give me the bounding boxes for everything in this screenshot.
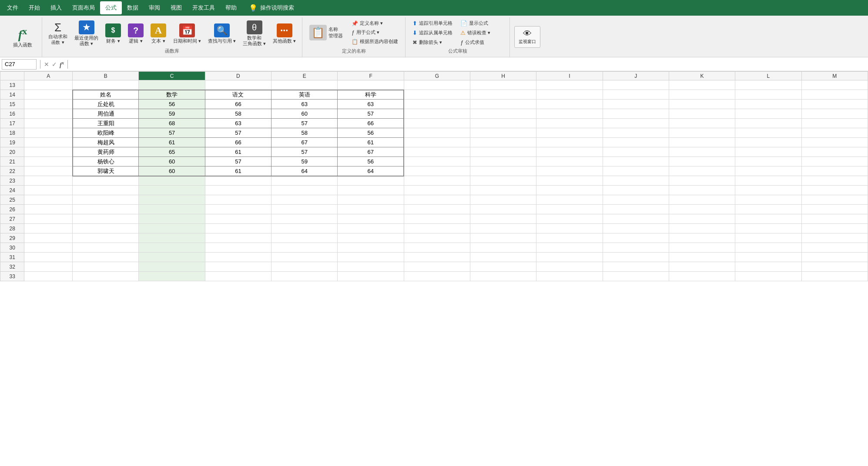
row-num-31[interactable]: 31 bbox=[0, 253, 24, 262]
col-header-G[interactable]: G bbox=[404, 72, 470, 80]
menu-insert[interactable]: 插入 bbox=[45, 1, 67, 14]
cell-J26[interactable] bbox=[603, 205, 669, 214]
cell-H17[interactable] bbox=[470, 119, 536, 128]
cell-G28[interactable] bbox=[404, 224, 470, 233]
menu-view[interactable]: 视图 bbox=[165, 1, 187, 14]
cell-E21[interactable]: 59 bbox=[271, 157, 338, 166]
cell-K30[interactable] bbox=[669, 243, 735, 253]
cell-J21[interactable] bbox=[603, 157, 669, 166]
cell-A16[interactable] bbox=[24, 109, 73, 119]
cell-D20[interactable]: 61 bbox=[205, 147, 271, 157]
cell-A28[interactable] bbox=[24, 224, 73, 233]
cell-D30[interactable] bbox=[205, 243, 271, 253]
menu-review[interactable]: 审阅 bbox=[144, 1, 165, 14]
row-num-15[interactable]: 15 bbox=[0, 100, 24, 109]
cell-F22[interactable]: 64 bbox=[338, 166, 404, 176]
row-num-27[interactable]: 27 bbox=[0, 214, 24, 224]
cell-L32[interactable] bbox=[735, 262, 801, 272]
cell-L30[interactable] bbox=[735, 243, 801, 253]
cell-D18[interactable]: 57 bbox=[205, 128, 271, 138]
cell-D22[interactable]: 61 bbox=[205, 166, 271, 176]
cell-K23[interactable] bbox=[669, 176, 735, 186]
cell-D26[interactable] bbox=[205, 205, 271, 214]
row-num-19[interactable]: 19 bbox=[0, 138, 24, 147]
cell-H24[interactable] bbox=[470, 186, 536, 195]
cell-J30[interactable] bbox=[603, 243, 669, 253]
cell-M13[interactable] bbox=[801, 80, 868, 90]
cell-G25[interactable] bbox=[404, 195, 470, 205]
cell-K26[interactable] bbox=[669, 205, 735, 214]
search-box[interactable]: 操作说明搜索 bbox=[260, 4, 294, 12]
col-header-C[interactable]: C bbox=[139, 72, 205, 80]
cell-E13[interactable] bbox=[271, 80, 338, 90]
col-header-L[interactable]: L bbox=[735, 72, 801, 80]
cell-H13[interactable] bbox=[470, 80, 536, 90]
cell-G16[interactable] bbox=[404, 109, 470, 119]
col-header-J[interactable]: J bbox=[603, 72, 669, 80]
cell-B32[interactable] bbox=[73, 262, 139, 272]
cell-B28[interactable] bbox=[73, 224, 139, 233]
logic-button[interactable]: ? 逻辑 ▾ bbox=[125, 22, 146, 45]
cell-E28[interactable] bbox=[271, 224, 338, 233]
cell-K28[interactable] bbox=[669, 224, 735, 233]
cell-E26[interactable] bbox=[271, 205, 338, 214]
cell-H22[interactable] bbox=[470, 166, 536, 176]
cell-L33[interactable] bbox=[735, 272, 801, 281]
cell-J32[interactable] bbox=[603, 262, 669, 272]
cell-F28[interactable] bbox=[338, 224, 404, 233]
cell-E30[interactable] bbox=[271, 243, 338, 253]
formula-input[interactable] bbox=[71, 59, 866, 70]
cell-A31[interactable] bbox=[24, 253, 73, 262]
row-num-23[interactable]: 23 bbox=[0, 176, 24, 186]
cell-reference-box[interactable]: C27 bbox=[2, 59, 37, 70]
cell-J22[interactable] bbox=[603, 166, 669, 176]
cell-L26[interactable] bbox=[735, 205, 801, 214]
row-num-18[interactable]: 18 bbox=[0, 128, 24, 138]
row-num-17[interactable]: 17 bbox=[0, 119, 24, 128]
cell-D17[interactable]: 63 bbox=[205, 119, 271, 128]
cell-C19[interactable]: 61 bbox=[139, 138, 205, 147]
cell-B31[interactable] bbox=[73, 253, 139, 262]
cell-D32[interactable] bbox=[205, 262, 271, 272]
cell-G20[interactable] bbox=[404, 147, 470, 157]
cell-F30[interactable] bbox=[338, 243, 404, 253]
cell-G32[interactable] bbox=[404, 262, 470, 272]
cell-D23[interactable] bbox=[205, 176, 271, 186]
cell-D27[interactable] bbox=[205, 214, 271, 224]
cell-C18[interactable]: 57 bbox=[139, 128, 205, 138]
cell-B18[interactable]: 欧阳峰 bbox=[73, 128, 139, 138]
cell-B20[interactable]: 黄药师 bbox=[73, 147, 139, 157]
cell-L23[interactable] bbox=[735, 176, 801, 186]
cell-J29[interactable] bbox=[603, 233, 669, 243]
cell-H15[interactable] bbox=[470, 100, 536, 109]
cell-K29[interactable] bbox=[669, 233, 735, 243]
cell-K21[interactable] bbox=[669, 157, 735, 166]
cell-F19[interactable]: 61 bbox=[338, 138, 404, 147]
cell-H26[interactable] bbox=[470, 205, 536, 214]
cell-M21[interactable] bbox=[801, 157, 868, 166]
col-header-F[interactable]: F bbox=[338, 72, 404, 80]
cell-E24[interactable] bbox=[271, 186, 338, 195]
cell-C22[interactable]: 60 bbox=[139, 166, 205, 176]
cell-I29[interactable] bbox=[536, 233, 603, 243]
cell-A19[interactable] bbox=[24, 138, 73, 147]
cell-I32[interactable] bbox=[536, 262, 603, 272]
cell-J16[interactable] bbox=[603, 109, 669, 119]
cell-L16[interactable] bbox=[735, 109, 801, 119]
cell-B25[interactable] bbox=[73, 195, 139, 205]
trace-precedents-button[interactable]: ⬆ 追踪引用单元格 bbox=[410, 19, 455, 27]
cell-A23[interactable] bbox=[24, 176, 73, 186]
cell-H27[interactable] bbox=[470, 214, 536, 224]
cell-E22[interactable]: 64 bbox=[271, 166, 338, 176]
col-header-H[interactable]: H bbox=[470, 72, 536, 80]
cell-H20[interactable] bbox=[470, 147, 536, 157]
cell-G33[interactable] bbox=[404, 272, 470, 281]
cell-M27[interactable] bbox=[801, 214, 868, 224]
row-num-20[interactable]: 20 bbox=[0, 147, 24, 157]
cell-G19[interactable] bbox=[404, 138, 470, 147]
cell-D33[interactable] bbox=[205, 272, 271, 281]
cell-E20[interactable]: 57 bbox=[271, 147, 338, 157]
cell-I23[interactable] bbox=[536, 176, 603, 186]
cell-F24[interactable] bbox=[338, 186, 404, 195]
cell-L29[interactable] bbox=[735, 233, 801, 243]
